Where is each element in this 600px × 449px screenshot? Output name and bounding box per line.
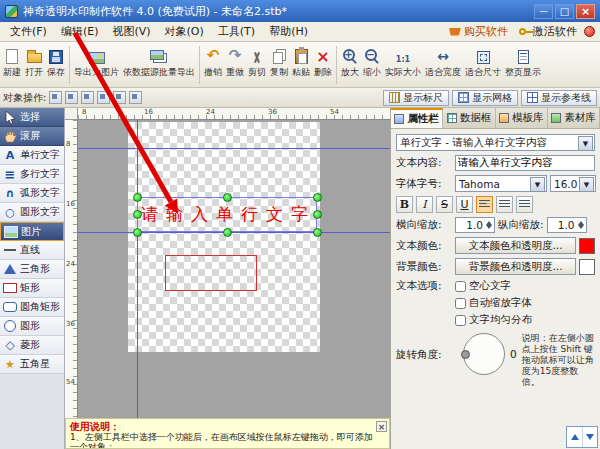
fit-width-button[interactable]: 适合宽度 bbox=[423, 44, 463, 80]
selection-handle[interactable] bbox=[133, 210, 142, 219]
text-content-input[interactable] bbox=[455, 155, 595, 171]
auto-scale-font-checkbox[interactable]: 自动缩放字体 bbox=[455, 296, 595, 310]
tab-materials[interactable]: 素材库 bbox=[548, 108, 600, 128]
layer-op-icon[interactable] bbox=[65, 91, 78, 104]
align-right-button[interactable] bbox=[516, 196, 533, 213]
tool-pan[interactable]: 滚屏 bbox=[0, 127, 64, 146]
tab-data[interactable]: 数据框 bbox=[443, 108, 495, 128]
tool-line[interactable]: 直线 bbox=[0, 241, 64, 260]
tab-templates[interactable]: 模板库 bbox=[496, 108, 548, 128]
redo-button[interactable]: 重做 bbox=[224, 44, 246, 80]
hollow-text-checkbox[interactable]: 空心文字 bbox=[455, 279, 595, 293]
selection-handle[interactable] bbox=[223, 193, 232, 202]
layer-op-icon[interactable] bbox=[49, 91, 62, 104]
font-family-dropdown[interactable]: Tahoma bbox=[455, 175, 547, 192]
actual-size-button[interactable]: 实际大小 bbox=[383, 44, 423, 80]
batch-export-button[interactable]: 依数据源批量导出 bbox=[121, 44, 197, 80]
tool-multi-line-text[interactable]: 多行文字 bbox=[0, 165, 64, 184]
horizontal-guide-line[interactable] bbox=[78, 148, 390, 149]
save-disk-icon bbox=[49, 50, 63, 64]
text-color-button[interactable]: 文本颜色和透明度... bbox=[455, 237, 576, 254]
panel-scroll-down-button[interactable] bbox=[582, 427, 597, 447]
vertical-guide-line[interactable] bbox=[137, 120, 138, 418]
selection-handle[interactable] bbox=[223, 228, 232, 237]
activate-software-button[interactable]: 激活软件 bbox=[515, 23, 581, 40]
text-object-content[interactable]: 请输入单行文字内容 bbox=[138, 203, 317, 226]
checkbox-icon[interactable] bbox=[455, 298, 466, 309]
cut-button[interactable]: 剪切 bbox=[246, 44, 268, 80]
document-transparency-canvas[interactable] bbox=[128, 122, 320, 352]
selection-handle[interactable] bbox=[133, 193, 142, 202]
full-page-button[interactable]: 整页显示 bbox=[503, 44, 543, 80]
tool-select[interactable]: 选择 bbox=[0, 108, 64, 127]
panel-scroll-up-button[interactable] bbox=[567, 427, 582, 447]
text-color-swatch[interactable] bbox=[579, 238, 595, 254]
tool-triangle[interactable]: 三角形 bbox=[0, 260, 64, 279]
layer-op-icon[interactable] bbox=[129, 91, 142, 104]
help-close-icon[interactable] bbox=[376, 421, 387, 432]
export-image-button[interactable]: 导出为图片 bbox=[72, 44, 121, 80]
tool-diamond[interactable]: 菱形 bbox=[0, 336, 64, 355]
menu-help[interactable]: 帮助(H) bbox=[262, 22, 315, 41]
scale-v-stepper[interactable]: 1.0 bbox=[547, 217, 587, 233]
rotation-dial[interactable] bbox=[463, 333, 505, 375]
paste-button[interactable]: 粘贴 bbox=[290, 44, 312, 80]
layer-op-icon[interactable] bbox=[97, 91, 110, 104]
menu-file[interactable]: 文件(F) bbox=[3, 22, 54, 41]
show-guides-toggle[interactable]: 显示参考线 bbox=[521, 90, 597, 106]
buy-software-button[interactable]: 购买软件 bbox=[445, 23, 512, 40]
menu-tools[interactable]: 工具(T) bbox=[211, 22, 262, 41]
zoom-out-button[interactable]: 缩小 bbox=[361, 44, 383, 80]
open-button[interactable]: 打开 bbox=[23, 44, 45, 80]
selection-handle[interactable] bbox=[313, 228, 322, 237]
maximize-button[interactable] bbox=[555, 4, 574, 19]
scale-h-stepper[interactable]: 1.0 bbox=[455, 217, 495, 233]
selection-handle[interactable] bbox=[313, 193, 322, 202]
bg-color-button[interactable]: 背景颜色和透明度... bbox=[455, 258, 576, 275]
align-left-button[interactable] bbox=[476, 196, 493, 213]
layer-op-icon[interactable] bbox=[81, 91, 94, 104]
work-area[interactable]: 请输入单行文字内容 bbox=[78, 120, 390, 418]
tool-single-line-text[interactable]: 单行文字 bbox=[0, 146, 64, 165]
rectangle-object[interactable] bbox=[165, 255, 257, 291]
new-button[interactable]: 新建 bbox=[1, 44, 23, 80]
save-button[interactable]: 保存 bbox=[45, 44, 67, 80]
zoom-in-button[interactable]: 放大 bbox=[339, 44, 361, 80]
minimize-button[interactable] bbox=[534, 4, 553, 19]
menu-edit[interactable]: 编辑(E) bbox=[54, 22, 106, 41]
tool-rectangle[interactable]: 矩形 bbox=[0, 279, 64, 298]
underline-button[interactable]: U bbox=[456, 196, 473, 213]
selection-handle[interactable] bbox=[133, 228, 142, 237]
tool-image[interactable]: 图片 bbox=[0, 222, 64, 241]
tab-properties[interactable]: 属性栏 bbox=[391, 108, 443, 128]
delete-button[interactable]: 删除 bbox=[312, 44, 334, 80]
menu-view[interactable]: 视图(V) bbox=[105, 22, 157, 41]
undo-icon bbox=[207, 46, 220, 64]
bold-button[interactable]: B bbox=[396, 196, 413, 213]
copy-button[interactable]: 复制 bbox=[268, 44, 290, 80]
align-center-button[interactable] bbox=[496, 196, 513, 213]
checkbox-icon[interactable] bbox=[455, 281, 466, 292]
even-distribute-checkbox[interactable]: 文字均匀分布 bbox=[455, 313, 595, 327]
selected-text-object[interactable]: 请输入单行文字内容 bbox=[137, 197, 317, 232]
close-button[interactable] bbox=[576, 4, 595, 19]
checkbox-icon[interactable] bbox=[455, 315, 466, 326]
show-grid-toggle[interactable]: 显示网格 bbox=[452, 90, 518, 106]
object-selector-dropdown[interactable]: 单行文字 - 请输入单行文字内容 bbox=[396, 134, 595, 151]
strikethrough-button[interactable]: S bbox=[436, 196, 453, 213]
tool-circle[interactable]: 圆形 bbox=[0, 317, 64, 336]
tool-star[interactable]: 五角星 bbox=[0, 355, 64, 374]
show-ruler-toggle[interactable]: 显示标尺 bbox=[383, 90, 449, 106]
tool-circle-text[interactable]: 圆形文字 bbox=[0, 203, 64, 222]
tool-rounded-rectangle[interactable]: 圆角矩形 bbox=[0, 298, 64, 317]
menu-object[interactable]: 对象(O) bbox=[158, 22, 211, 41]
bg-color-swatch[interactable] bbox=[579, 259, 595, 275]
fit-size-button[interactable]: 适合尺寸 bbox=[463, 44, 503, 80]
layer-op-icon[interactable] bbox=[113, 91, 126, 104]
tool-arc-text[interactable]: 弧形文字 bbox=[0, 184, 64, 203]
horizontal-guide-line[interactable] bbox=[78, 232, 390, 233]
italic-button[interactable]: I bbox=[416, 196, 433, 213]
undo-button[interactable]: 撤销 bbox=[202, 44, 224, 80]
selection-handle[interactable] bbox=[313, 210, 322, 219]
font-size-dropdown[interactable]: 16.0 bbox=[550, 175, 596, 192]
